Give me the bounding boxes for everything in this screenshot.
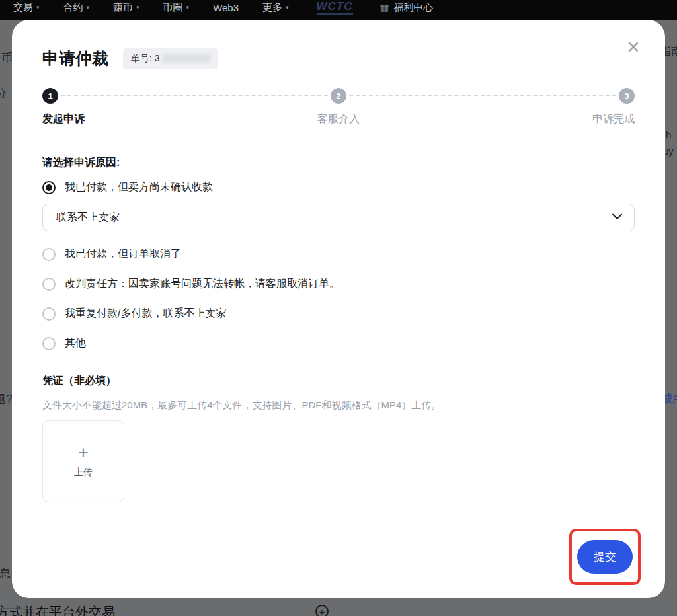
chevron-down-icon: ▾ [286,4,289,11]
close-icon[interactable]: ✕ [624,38,643,57]
step-connector [349,95,616,96]
top-navbar: 交易 ▾ 合约 ▾ 赚币 ▾ 币圈 ▾ Web3 更多 ▾ WCTC 福利中心 [0,0,677,20]
nav-item-label: 合约 [63,1,83,14]
reason-section-heading: 请选择申诉原因: [42,156,635,170]
annotation-highlight-box: 提交 [569,529,641,585]
radio-icon[interactable] [42,307,56,321]
reason-option-other[interactable]: 其他 [42,336,635,350]
nav-item-earn[interactable]: 赚币 ▾ [113,1,139,14]
bg-fragment: 信息 [0,566,11,581]
radio-icon[interactable] [42,337,56,350]
step-label-initiate-appeal: 发起申诉 [42,112,85,126]
nav-item-label: 交易 [13,1,33,14]
nav-item-label: 更多 [262,1,282,14]
nav-item-label: 币圈 [163,1,183,14]
nav-item-trade[interactable]: 交易 ▾ [13,1,40,14]
sub-reason-dropdown[interactable]: 联系不上卖家 [42,204,635,231]
nav-item-welfare-center[interactable]: 福利中心 [379,1,434,14]
page-title: 申请仲裁 [42,48,108,69]
chevron-down-icon: ▾ [87,4,90,11]
chevron-down-icon: ▾ [186,4,190,11]
circled-plus-icon: + [315,605,329,616]
upload-label: 上传 [74,467,93,479]
step-connector [61,95,328,96]
reason-option-paid-not-confirmed[interactable]: 我已付款，但卖方尚未确认收款 [42,180,635,194]
chevron-down-icon: ▾ [36,4,40,11]
reason-option-label: 我已付款，但卖方尚未确认收款 [65,180,213,194]
step-dot-1: 1 [42,88,58,104]
bg-fragment: 题? [0,391,12,406]
bg-fragment: h [666,129,671,140]
step-label-appeal-complete: 申诉完成 [592,112,635,126]
step-dot-3: 3 [619,88,635,104]
nav-item-coin-circle[interactable]: 币圈 ▾ [163,1,190,14]
nav-item-label: Web3 [213,2,239,13]
plus-icon: + [78,445,89,461]
reason-option-label: 我已付款，但订单取消了 [65,247,181,261]
progress-stepper: 1 2 3 发起申诉 客服介入 申诉完成 [42,88,635,126]
radio-icon[interactable] [42,248,56,261]
gift-icon [379,3,389,13]
reason-option-reassign-responsibility[interactable]: 改判责任方：因卖家账号问题无法转帐，请客服取消订单。 [42,277,635,291]
reason-option-order-cancelled[interactable]: 我已付款，但订单取消了 [42,247,635,261]
reason-option-label: 我重复付款/多付款，联系不上卖家 [65,307,226,321]
reason-option-duplicate-payment[interactable]: 我重复付款/多付款，联系不上卖家 [42,307,635,321]
chevron-down-icon [612,209,623,219]
evidence-section-heading: 凭证（非必填） [42,374,635,388]
bg-fragment: 分 [0,86,7,101]
nav-item-more[interactable]: 更多 ▾ [262,1,289,14]
step-dot-2: 2 [331,88,346,104]
step-label-support-intervention: 客服介入 [317,112,360,126]
arbitration-modal: ✕ 申请仲裁 单号: 3 1 2 3 发起申诉 客服介入 申诉完成 请选择申诉原… [12,20,665,598]
nav-item-futures[interactable]: 合约 ▾ [63,1,90,14]
evidence-upload-note: 文件大小不能超过20MB，最多可上传4个文件，支持图片、PDF和视频格式（MP4… [42,399,635,412]
order-number-redacted [163,54,210,63]
nav-item-web3[interactable]: Web3 [213,2,239,13]
chevron-down-icon: ▾ [136,4,139,11]
order-number-badge: 单号: 3 [123,48,218,69]
reason-option-label: 其他 [65,336,86,350]
radio-selected-icon[interactable] [42,181,56,194]
wctc-logo[interactable]: WCTC [317,0,353,15]
nav-item-label: 赚币 [113,1,133,14]
order-number-label: 单号: 3 [131,53,160,65]
reason-option-label: 改判责任方：因卖家账号问题无法转帐，请客服取消订单。 [65,277,340,291]
radio-icon[interactable] [42,278,56,291]
nav-item-label: 福利中心 [394,1,434,14]
dropdown-selected-value: 联系不上卖家 [56,211,120,225]
bg-page-text: 方式并在平台外交易 [0,603,115,616]
bg-fragment: 币 [1,50,13,65]
file-upload-dropzone[interactable]: + 上传 [42,420,124,502]
submit-button[interactable]: 提交 [577,540,633,574]
